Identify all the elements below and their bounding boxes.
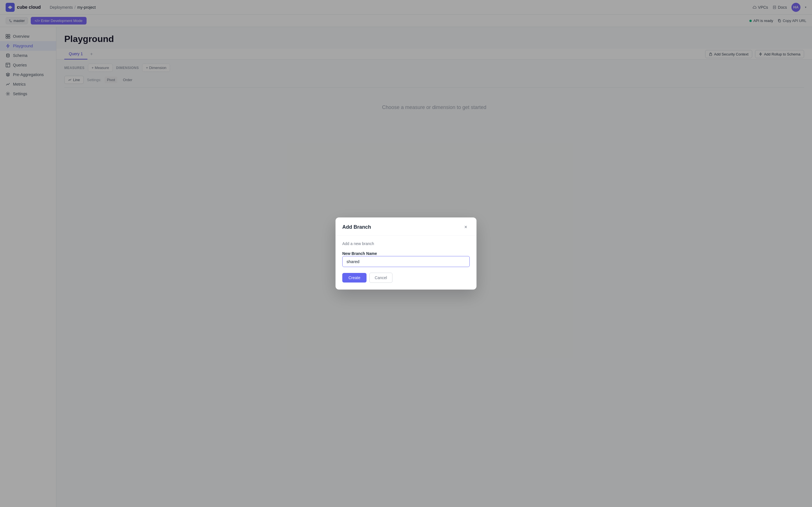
modal-header: Add Branch ×: [336, 217, 476, 236]
modal-subtitle: Add a new branch: [342, 241, 470, 246]
modal-title: Add Branch: [342, 224, 371, 230]
branch-name-input[interactable]: [342, 256, 470, 267]
add-branch-modal: Add Branch × Add a new branch New Branch…: [336, 217, 476, 290]
modal-close-button[interactable]: ×: [462, 223, 470, 231]
branch-name-label: New Branch Name: [342, 251, 377, 256]
create-branch-button[interactable]: Create: [342, 273, 366, 283]
modal-overlay[interactable]: Add Branch × Add a new branch New Branch…: [0, 0, 812, 507]
modal-body: Add a new branch New Branch Name Create …: [336, 236, 476, 290]
cancel-button[interactable]: Cancel: [369, 273, 393, 283]
modal-actions: Create Cancel: [342, 273, 470, 283]
